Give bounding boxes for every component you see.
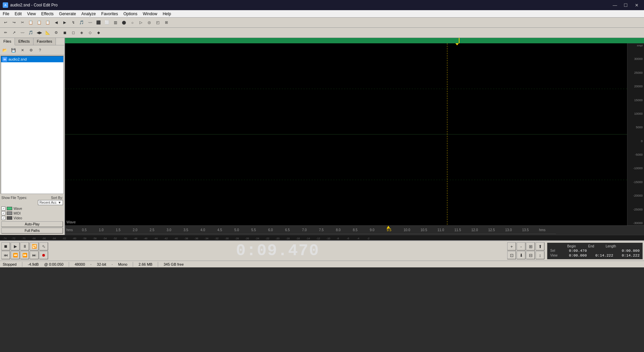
- db-label-15000: 15000: [627, 98, 643, 102]
- length-header: Length: [602, 244, 619, 248]
- video-checkbox[interactable]: ✓: [1, 216, 5, 220]
- zoom-in-vert-button[interactable]: ⬆: [536, 242, 544, 250]
- close-file-button[interactable]: ✕: [18, 46, 26, 54]
- loop2-button[interactable]: ⬁: [39, 242, 48, 250]
- close-button[interactable]: ✕: [632, 2, 641, 8]
- toolbar2-btn-7[interactable]: ◼: [61, 29, 69, 37]
- full-paths-button[interactable]: Full Paths: [1, 228, 63, 234]
- toolbar2-btn-8[interactable]: ◻: [69, 29, 77, 37]
- file-name: audio2.snd: [8, 57, 27, 61]
- menu-item-edit[interactable]: Edit: [12, 10, 24, 18]
- stop-button[interactable]: ⏹: [1, 242, 10, 250]
- loop-button[interactable]: 🔁: [30, 242, 39, 250]
- toolbar1-btn-7[interactable]: ▶: [61, 19, 69, 27]
- toolbar2-btn-2[interactable]: 〰: [18, 29, 26, 37]
- toolbar2-btn-6[interactable]: ⚙: [52, 29, 60, 37]
- midi-checkbox[interactable]: ✓: [1, 211, 5, 215]
- save-file-button[interactable]: 💾: [9, 46, 18, 54]
- toolbar2-btn-4[interactable]: ◀▶: [35, 29, 43, 37]
- toolbar2-btn-3[interactable]: 🎵: [27, 29, 35, 37]
- svg-text:-38: -38: [184, 237, 188, 240]
- zoom-selection-button[interactable]: ⊡: [507, 251, 516, 259]
- status-separator-2: ·: [112, 262, 113, 266]
- pause-button[interactable]: ⏸: [20, 242, 29, 250]
- toolbar2-btn-11[interactable]: ◆: [94, 29, 103, 37]
- file-type-wave: ✓ Wave: [1, 206, 63, 211]
- toolbar2-btn-5[interactable]: 📐: [44, 29, 52, 37]
- db-label-20000: 20000: [627, 85, 643, 88]
- toolbar1-btn-9[interactable]: 🎵: [78, 19, 86, 27]
- wave-checkbox[interactable]: ✓: [1, 206, 5, 211]
- zoom-out-horiz-button[interactable]: -: [517, 242, 525, 250]
- menu-item-effects[interactable]: Effects: [39, 10, 56, 18]
- menu-item-view[interactable]: View: [24, 10, 39, 18]
- zoom-vert-full-button[interactable]: ↕: [536, 251, 544, 259]
- toolbar1-btn-10[interactable]: 〰: [86, 19, 94, 27]
- transport-row-2: ⏮ ⏪ ⏩ ⏭ ⏺: [1, 251, 48, 259]
- tab-favorites[interactable]: Favorites: [34, 38, 56, 45]
- menu-item-help[interactable]: Help: [160, 10, 174, 18]
- zoom-full-button[interactable]: ⊞: [526, 242, 535, 250]
- tab-effects[interactable]: Effects: [15, 38, 33, 45]
- maximize-button[interactable]: ☐: [621, 2, 630, 8]
- status-text: Stopped: [3, 262, 17, 266]
- toolbar1-btn-11[interactable]: ⬛: [94, 19, 103, 27]
- toolbar1-btn-14[interactable]: ⬤: [120, 19, 128, 27]
- rewind-button[interactable]: ⏪: [11, 251, 20, 259]
- menu-item-options[interactable]: Options: [121, 10, 140, 18]
- svg-text:-28: -28: [235, 237, 239, 240]
- zoom-in-horiz-button[interactable]: +: [507, 242, 516, 250]
- zoom-out-vert-button[interactable]: ⬇: [517, 251, 525, 259]
- play-button[interactable]: ▶: [11, 242, 20, 250]
- waveform-area[interactable]: Wave smpl 30000 25000 20000 15000 10000 …: [65, 38, 644, 235]
- file-list[interactable]: W audio2.snd: [1, 56, 64, 194]
- file-item[interactable]: W audio2.snd: [1, 56, 63, 62]
- toolbar1-btn-19[interactable]: ⊞: [162, 19, 170, 27]
- tab-files[interactable]: Files: [0, 38, 15, 45]
- file-icon: W: [2, 57, 7, 62]
- status-divider-3: [133, 262, 133, 267]
- toolbar1-btn-12[interactable]: ⬜: [103, 19, 111, 27]
- auto-play-button[interactable]: Auto-Play: [1, 221, 63, 227]
- menu-item-favorites[interactable]: Favorites: [99, 10, 121, 18]
- toolbar1-btn-17[interactable]: ◎: [145, 19, 153, 27]
- navigator-bar[interactable]: [65, 38, 644, 43]
- toolbar1-btn-0[interactable]: ↩: [1, 19, 9, 27]
- toolbar1-btn-13[interactable]: ▥: [111, 19, 120, 27]
- toolbar1-btn-4[interactable]: 📋: [35, 19, 43, 27]
- fast-forward-button[interactable]: ⏩: [20, 251, 29, 259]
- toolbar2-btn-1[interactable]: ↗: [10, 29, 18, 37]
- toolbar1-btn-2[interactable]: ✂: [18, 19, 26, 27]
- toolbar1-btn-16[interactable]: ▷: [137, 19, 145, 27]
- toolbar1-btn-6[interactable]: ◀: [52, 19, 60, 27]
- help-button[interactable]: ?: [36, 46, 44, 54]
- menu-item-file[interactable]: File: [0, 10, 12, 18]
- record-button[interactable]: ⏺: [39, 251, 48, 259]
- toolbar2-btn-0[interactable]: ✏: [1, 29, 9, 37]
- menu-item-window[interactable]: Window: [140, 10, 160, 18]
- status-db: -4.9dB: [28, 262, 39, 266]
- go-start-button[interactable]: ⏮: [1, 251, 10, 259]
- open-file-button[interactable]: 📂: [1, 46, 9, 54]
- minimize-button[interactable]: —: [610, 2, 620, 8]
- waveform-display[interactable]: Wave: [65, 43, 627, 225]
- toolbar1-btn-8[interactable]: ↯: [69, 19, 77, 27]
- toolbar1-btn-1[interactable]: ↪: [10, 19, 18, 27]
- sort-dropdown[interactable]: Recent Acc ▼: [38, 200, 63, 205]
- toolbar1-btn-15[interactable]: ○: [128, 19, 136, 27]
- go-end-button[interactable]: ⏭: [30, 251, 39, 259]
- zoom-row-2: ⊡ ⬇ ⊟ ↕: [507, 251, 544, 259]
- toolbar1-btn-5[interactable]: 📋: [44, 19, 52, 27]
- toolbar2-btn-9[interactable]: ◈: [78, 29, 86, 37]
- svg-text:1.5: 1.5: [116, 228, 121, 232]
- toolbar1-btn-18[interactable]: ◰: [154, 19, 162, 27]
- zoom-out-full-button[interactable]: ⊟: [526, 251, 535, 259]
- toolbar1-btn-3[interactable]: 📋: [27, 19, 35, 27]
- toolbar2-btn-10[interactable]: ◇: [86, 29, 94, 37]
- db-label-n10000: -10000: [627, 167, 643, 170]
- menu-item-analyze[interactable]: Analyze: [79, 10, 99, 18]
- options-button[interactable]: ⚙: [27, 46, 35, 54]
- sel-label: Sel: [550, 249, 560, 252]
- menu-item-generate[interactable]: Generate: [56, 10, 79, 18]
- title-bar: A audio2.snd - Cool Edit Pro — ☐ ✕: [0, 0, 644, 10]
